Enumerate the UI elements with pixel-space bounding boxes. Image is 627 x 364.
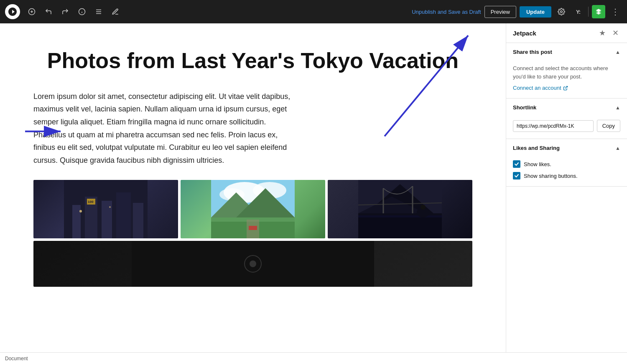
- share-section-header[interactable]: Share this post ▲: [506, 43, 627, 61]
- more-options-button[interactable]: ⋮: [609, 5, 622, 18]
- preview-button[interactable]: Preview: [484, 6, 516, 18]
- editor-area[interactable]: Photos from Last Year's Tokyo Vacation L…: [0, 23, 506, 352]
- svg-rect-36: [358, 215, 442, 238]
- checkmark-icon-2: [514, 173, 519, 178]
- toolbar-right: Unpublish and Save as Draft Preview Upda…: [412, 5, 622, 18]
- show-likes-row: Show likes.: [513, 160, 620, 168]
- yoast-button[interactable]: Y:: [571, 5, 585, 18]
- image-block-2[interactable]: [181, 180, 325, 238]
- jetpack-button[interactable]: [592, 5, 605, 18]
- svg-point-9: [561, 11, 563, 13]
- likes-chevron-icon: ▲: [615, 145, 620, 151]
- show-likes-checkbox[interactable]: [513, 160, 520, 168]
- svg-point-18: [79, 210, 82, 212]
- svg-point-39: [421, 205, 426, 210]
- svg-rect-29: [249, 226, 257, 230]
- likes-section-body: Show likes. Show sharing buttons.: [506, 157, 627, 186]
- svg-point-19: [109, 206, 111, 208]
- svg-text:100: 100: [88, 200, 94, 204]
- svg-rect-37: [358, 215, 442, 217]
- toolbar: Unpublish and Save as Draft Preview Upda…: [0, 0, 627, 23]
- editor-wrapper: Photos from Last Year's Tokyo Vacation L…: [0, 23, 506, 352]
- show-sharing-checkbox[interactable]: [513, 172, 520, 179]
- share-section: Share this post ▲ Connect and select the…: [506, 43, 627, 99]
- redo-button[interactable]: [59, 5, 72, 18]
- connect-account-label: Connect an account: [513, 85, 561, 91]
- close-panel-button[interactable]: ✕: [611, 28, 620, 38]
- status-label: Document: [5, 356, 28, 361]
- post-body[interactable]: Lorem ipsum dolor sit amet, consectetur …: [33, 90, 293, 167]
- panel-header: Jetpack ★ ✕: [506, 23, 627, 43]
- shortlink-section-body: Copy: [506, 116, 627, 139]
- list-view-button[interactable]: [92, 5, 105, 18]
- post-title[interactable]: Photos from Last Year's Tokyo Vacation: [33, 48, 472, 73]
- share-section-title: Share this post: [513, 49, 552, 55]
- tools-button[interactable]: [109, 5, 122, 18]
- settings-button[interactable]: [555, 5, 568, 18]
- share-section-body: Connect and select the accounts where yo…: [506, 61, 627, 98]
- svg-rect-14: [116, 192, 131, 238]
- share-chevron-icon: ▲: [615, 49, 620, 55]
- show-sharing-row: Show sharing buttons.: [513, 172, 620, 179]
- info-button[interactable]: [75, 5, 89, 18]
- add-block-button[interactable]: [25, 5, 38, 18]
- image-block-4[interactable]: [33, 241, 472, 287]
- shortlink-chevron-icon: ▲: [615, 105, 620, 111]
- likes-section: Likes and Sharing ▲ Show likes.: [506, 139, 627, 187]
- status-bar: Document: [0, 352, 627, 364]
- panel-title: Jetpack: [513, 30, 536, 37]
- main-area: Photos from Last Year's Tokyo Vacation L…: [0, 23, 627, 352]
- share-description: Connect and select the accounts where yo…: [513, 64, 620, 81]
- image-block-3[interactable]: [328, 180, 472, 238]
- update-button[interactable]: Update: [520, 6, 551, 18]
- external-link-icon: [563, 86, 568, 91]
- shortlink-section-title: Shortlink: [513, 104, 536, 111]
- likes-section-title: Likes and Sharing: [513, 145, 560, 151]
- svg-rect-15: [133, 203, 143, 238]
- shortlink-row: Copy: [513, 120, 620, 132]
- unpublish-button[interactable]: Unpublish and Save as Draft: [412, 9, 481, 15]
- right-panel: Jetpack ★ ✕ Share this post ▲ Connect an…: [506, 23, 627, 352]
- show-likes-label: Show likes.: [524, 161, 551, 167]
- bookmark-button[interactable]: ★: [597, 28, 607, 38]
- panel-header-actions: ★ ✕: [597, 28, 620, 38]
- shortlink-section: Shortlink ▲ Copy: [506, 99, 627, 139]
- image-grid: 100: [33, 180, 472, 238]
- likes-section-header[interactable]: Likes and Sharing ▲: [506, 139, 627, 157]
- svg-point-42: [250, 260, 256, 267]
- svg-rect-11: [72, 205, 81, 238]
- undo-button[interactable]: [42, 5, 55, 18]
- shortlink-input[interactable]: [513, 120, 594, 132]
- svg-line-46: [565, 86, 568, 88]
- show-sharing-label: Show sharing buttons.: [524, 173, 578, 179]
- checkmark-icon: [514, 162, 519, 167]
- copy-button[interactable]: Copy: [597, 120, 620, 132]
- shortlink-section-header[interactable]: Shortlink ▲: [506, 99, 627, 116]
- wordpress-logo: [5, 4, 20, 19]
- image-block-1[interactable]: 100: [33, 180, 178, 238]
- connect-account-link[interactable]: Connect an account: [513, 85, 568, 91]
